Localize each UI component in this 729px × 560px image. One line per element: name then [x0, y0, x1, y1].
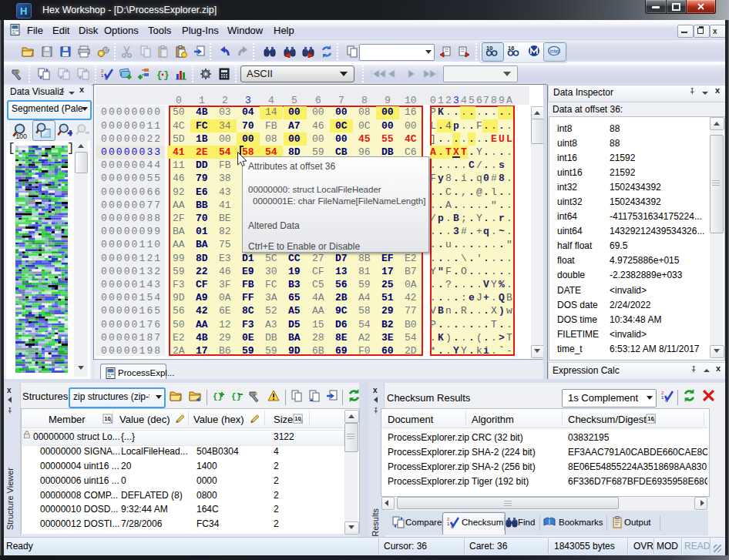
svg-text:{}: {}: [231, 392, 241, 401]
svg-text:10: 10: [104, 415, 110, 422]
svg-text:1: 1: [447, 521, 450, 526]
svg-text:1: 1: [661, 395, 664, 400]
svg-text:10: 10: [294, 415, 301, 422]
svg-text:16: 16: [647, 415, 653, 422]
